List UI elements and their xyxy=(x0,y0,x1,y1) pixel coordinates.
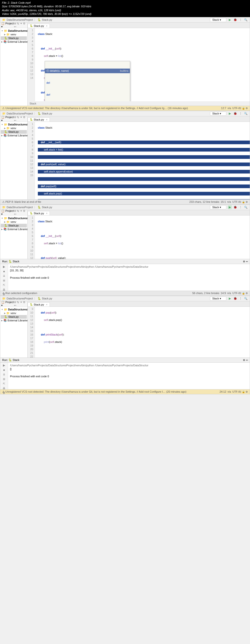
print-button[interactable]: 🖶 xyxy=(2,288,6,291)
run-tool-header: Run: 🐍 Stack⚙ ↤ xyxy=(0,259,250,264)
stop-button[interactable]: ■ xyxy=(2,368,6,372)
debug-button[interactable]: 🐞 xyxy=(233,296,237,300)
breadcrumb-bar: 📁 DataStructuresProject 〉 🐍 Stack.py Sta… xyxy=(0,111,250,116)
tree-venv[interactable]: ▶📁venv xyxy=(1,126,27,130)
run-output[interactable]: /Users/hamza/PycharmProjects/DataStructu… xyxy=(8,363,250,389)
project-pane: 📋 Project ▾ ⊕ ⇆ ✦ ⚙ ↤ ▼📁DataStructuresPr… xyxy=(0,116,28,199)
run-config-selector[interactable]: Stack ▾ xyxy=(210,296,226,301)
search-button[interactable]: 🔍 xyxy=(244,112,248,116)
editor-tab[interactable]: 🐍 Stack.py× xyxy=(28,24,50,28)
project-pane: 📋 Project ▾⊕ ⇆ ✦ ⚙ ↤ ▼📁DataStructuresPro… xyxy=(0,302,28,358)
run-output[interactable]: /Users/hamza/PycharmProjects/DataStructu… xyxy=(8,264,250,291)
editor-tab[interactable]: 🐍 Stack.py× xyxy=(28,118,50,122)
tree-extlib[interactable]: ▶📚External Libraries xyxy=(1,228,27,231)
project-header[interactable]: 📋 Project ▾ ⊕ ⇆ ✦ ⚙ ↤ xyxy=(0,23,27,28)
more-button[interactable]: ⋮ xyxy=(238,205,242,209)
breadcrumb-file[interactable]: 🐍 Stack.py xyxy=(38,18,52,22)
code-editor[interactable]: def pop(self): self.stack.pop() def prin… xyxy=(35,307,250,358)
completion-popup[interactable]: ⓕ delattr(o, name)builtins del def Press… xyxy=(45,61,130,101)
run-config-selector[interactable]: Stack ▾ xyxy=(210,18,226,22)
search-button[interactable]: 🔍 xyxy=(244,205,248,209)
print-button[interactable]: 🖶 xyxy=(2,387,6,390)
run-button[interactable]: ▶ xyxy=(228,296,232,300)
stop-button[interactable]: ■ xyxy=(2,270,6,273)
breadcrumb-file[interactable]: 🐍 Stack.py xyxy=(38,112,52,115)
run-sidebar: ▶ ■ ⇊ ⊞ ⇱ 🖶 🗑 xyxy=(0,264,8,291)
export-button[interactable]: ⇱ xyxy=(2,382,6,385)
ide-panel-4: 📁 DataStructuresProject〉 🐍 Stack.py Stac… xyxy=(0,296,250,394)
breadcrumb-project[interactable]: 📁 DataStructuresProject xyxy=(2,18,33,22)
project-header[interactable]: 📋 Project ▾ ⊕ ⇆ ✦ ⚙ ↤ xyxy=(0,116,27,122)
more-button[interactable]: ⋮ xyxy=(238,18,242,22)
ide-panel-1: 📁 DataStructuresProject 〉 🐍 Stack.py Sta… xyxy=(0,17,250,111)
editor-pane: 🐍 Stack.py× 1234567891011121314 class St… xyxy=(28,23,250,106)
project-tree: ▼📁DataStructuresProject ▶📁venv 🐍Stack.py… xyxy=(0,122,27,138)
run-button[interactable]: ▶ xyxy=(228,205,232,209)
completion-item-def[interactable]: def xyxy=(45,92,130,97)
status-bar: ⚠ PEP 8: blank line at end of file 233 c… xyxy=(0,199,250,204)
gutter: 9101112131415161718192021222324252627282… xyxy=(28,307,35,358)
tree-root[interactable]: ▼📁DataStructuresProject xyxy=(1,29,27,33)
more-button[interactable]: ⋮ xyxy=(238,296,242,300)
tree-venv[interactable]: ▶📁venv xyxy=(1,220,27,224)
ide-panel-2: 📁 DataStructuresProject 〉 🐍 Stack.py Sta… xyxy=(0,111,250,204)
editor-tab[interactable]: 🐍 Stack.py× xyxy=(28,302,50,306)
code-editor[interactable]: class Stack: def __init__(self): self.st… xyxy=(35,122,250,199)
debug-button[interactable]: 🐞 xyxy=(233,18,237,22)
project-tree: ▼📁DataStructuresProject ▶📁venv 🐍Stack.py… xyxy=(0,28,27,45)
breadcrumb-bar: 📁 DataStructuresProject〉 🐍 Stack.py Stac… xyxy=(0,296,250,302)
breadcrumb-project[interactable]: 📁 DataStructuresProject xyxy=(2,112,33,115)
layout-button[interactable]: ⊞ xyxy=(2,378,6,381)
tree-extlib[interactable]: ▶📚External Libraries xyxy=(1,40,27,44)
run-button[interactable]: ▶ xyxy=(228,18,232,22)
layout-button[interactable]: ⊞ xyxy=(2,279,6,282)
tree-root[interactable]: ▼📁DataStructuresProject xyxy=(1,123,27,126)
more-button[interactable]: ⋮ xyxy=(238,112,242,116)
export-button[interactable]: ⇱ xyxy=(2,284,6,287)
run-config-selector[interactable]: Stack ▾ xyxy=(210,205,226,210)
completion-item-delattr[interactable]: ⓕ delattr(o, name)builtins xyxy=(45,68,130,73)
run-panel: ▶ ■ ⇊ ⊞ ⇱ 🖶 🗑 /Users/hamza/PycharmProjec… xyxy=(0,362,250,389)
code-editor[interactable]: class Stack: def __init__(self): self.st… xyxy=(35,28,250,101)
project-pane: 📋 Project ▾ ⊕ ⇆ ✦ ⚙ ↤ ▼📁DataStructuresPr… xyxy=(0,23,28,106)
rerun-button[interactable]: ▶ xyxy=(2,265,6,268)
gutter: 1234567891011121314 xyxy=(28,28,35,101)
tree-stackpy[interactable]: 🐍Stack.py xyxy=(1,36,27,40)
tree-stackpy[interactable]: 🐍Stack.py xyxy=(1,224,27,228)
debug-button[interactable]: 🐞 xyxy=(233,112,237,116)
status-bar: ⚠ Unregistered VCS root detected: The di… xyxy=(0,389,250,394)
run-button[interactable]: ▶ xyxy=(228,112,232,116)
breadcrumb-bar: 📁 DataStructuresProject 〉 🐍 Stack.py Sta… xyxy=(0,17,250,23)
run-tool-header: Run: 🐍 Stack⚙ ↤ xyxy=(0,358,250,362)
gutter: 123456789101112131415161718192021 xyxy=(28,216,35,259)
close-tab-icon[interactable]: × xyxy=(46,24,47,27)
down-button[interactable]: ⇊ xyxy=(2,274,6,278)
gutter: 123456789101112131415 xyxy=(28,122,35,199)
debug-button[interactable]: 🐞 xyxy=(233,205,237,209)
tree-extlib[interactable]: ▶📚External Libraries xyxy=(1,319,27,322)
video-metadata: File: 2. Stack Code.mp4 Size: 57092908 b… xyxy=(0,0,250,17)
tree-root[interactable]: ▼📁DataStructuresProject xyxy=(1,216,27,220)
search-button[interactable]: 🔍 xyxy=(244,296,248,300)
run-config-selector[interactable]: Stack ▾ xyxy=(210,112,226,116)
breadcrumb-bar: 📁 DataStructuresProject〉 🐍 Stack.py Stac… xyxy=(0,205,250,210)
run-panel: ▶ ■ ⇊ ⊞ ⇱ 🖶 🗑 /Users/hamza/PycharmProjec… xyxy=(0,264,250,291)
tab-bar: 🐍 Stack.py× xyxy=(28,23,250,28)
tree-venv[interactable]: ▶📁venv xyxy=(1,33,27,36)
code-editor[interactable]: class Stack: def __init__(self): self.st… xyxy=(35,216,250,259)
search-button[interactable]: 🔍 xyxy=(244,18,248,22)
down-button[interactable]: ⇊ xyxy=(2,373,6,376)
ide-panel-3: 📁 DataStructuresProject〉 🐍 Stack.py Stac… xyxy=(0,204,250,296)
editor-tab[interactable]: 🐍 Stack.py× xyxy=(28,211,50,215)
status-bar: ⚠ Run selected configuration 56 chars, 2… xyxy=(0,291,250,296)
tree-root[interactable]: ▼📁DataStructuresProject xyxy=(1,308,27,312)
project-pane: 📋 Project ▾⊕ ⇆ ✦ ⚙ ↤ ▼📁DataStructuresPro… xyxy=(0,210,28,259)
tree-extlib[interactable]: ▶📚External Libraries xyxy=(1,134,27,138)
completion-item-del[interactable]: del xyxy=(45,80,130,85)
tree-venv[interactable]: ▶📁venv xyxy=(1,312,27,315)
rerun-button[interactable]: ▶ xyxy=(2,364,6,367)
editor-pane: 🐍 Stack.py× 123456789101112131415 class … xyxy=(28,116,250,199)
tree-stackpy[interactable]: 🐍Stack.py xyxy=(1,130,27,134)
breadcrumb-bottom: Stack xyxy=(28,101,250,106)
tree-stackpy[interactable]: 🐍Stack.py xyxy=(1,315,27,319)
